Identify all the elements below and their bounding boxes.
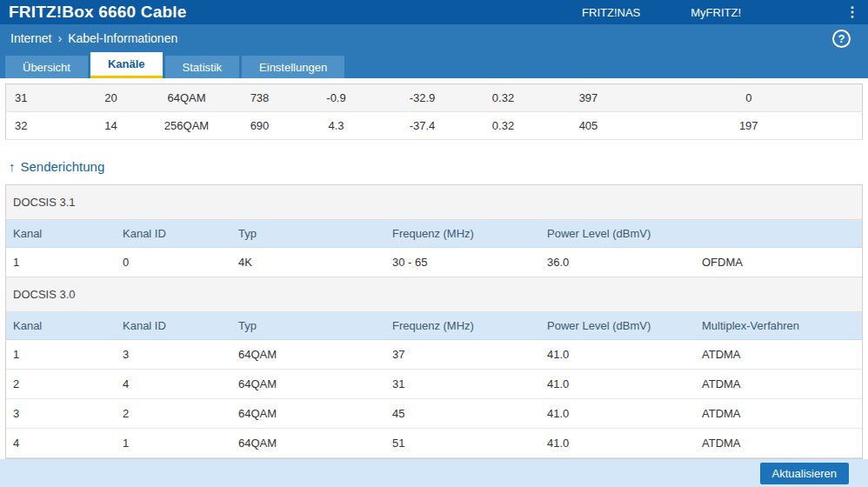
col-header: Kanal ID bbox=[116, 312, 231, 340]
cell: 37 bbox=[385, 340, 540, 370]
cell: 0.32 bbox=[465, 84, 542, 112]
cell: 32 bbox=[6, 112, 76, 140]
col-header: Kanal bbox=[6, 312, 116, 340]
cell: 41.0 bbox=[540, 340, 695, 370]
cell: 20 bbox=[76, 84, 147, 112]
table-header-row: Kanal Kanal ID Typ Frequenz (MHz) Power … bbox=[6, 220, 862, 248]
footer-bar: Aktualisieren bbox=[0, 459, 868, 487]
cell: 1 bbox=[6, 248, 116, 277]
send-direction-panel: DOCSIS 3.1 Kanal Kanal ID Typ Frequenz (… bbox=[5, 184, 863, 459]
col-header: Power Level (dBmV) bbox=[540, 312, 695, 340]
receive-channels-table: 31 20 64QAM 738 -0.9 -32.9 0.32 397 0 32… bbox=[5, 83, 863, 140]
cell: 51 bbox=[385, 429, 540, 458]
cell: 64QAM bbox=[231, 399, 385, 429]
link-myfritz[interactable]: MyFRITZ! bbox=[691, 6, 741, 19]
cell: 0 bbox=[116, 248, 231, 277]
cell: 31 bbox=[6, 84, 76, 112]
cell: -37.4 bbox=[380, 112, 465, 140]
cell: 4K bbox=[231, 248, 385, 277]
cell: -0.9 bbox=[293, 84, 380, 112]
cell: 36.0 bbox=[540, 248, 695, 277]
cell: ATDMA bbox=[695, 399, 862, 429]
col-header: Frequenz (MHz) bbox=[385, 312, 540, 340]
breadcrumb-page-title: Kabel-Informationen bbox=[68, 31, 177, 45]
cell: 64QAM bbox=[231, 370, 385, 399]
cell: 197 bbox=[636, 112, 863, 140]
cell: 405 bbox=[542, 112, 636, 140]
col-header: Typ bbox=[231, 312, 385, 340]
tab-einstellungen[interactable]: Einstellungen bbox=[242, 56, 344, 78]
refresh-button[interactable]: Aktualisieren bbox=[760, 463, 849, 484]
table-row: 32 14 256QAM 690 4.3 -37.4 0.32 405 197 bbox=[6, 112, 863, 140]
col-header: Frequenz (MHz) bbox=[385, 220, 540, 248]
cell: 64QAM bbox=[231, 429, 385, 458]
top-nav: FRITZ!NAS MyFRITZ! ⋮ bbox=[531, 5, 859, 19]
col-header bbox=[695, 220, 862, 248]
app-title: FRITZ!Box 6660 Cable bbox=[9, 3, 187, 22]
cell: 14 bbox=[76, 112, 147, 140]
col-header: Kanal bbox=[6, 220, 116, 248]
up-arrow-icon: ↑ bbox=[9, 159, 16, 174]
cell: 1 bbox=[6, 340, 116, 370]
cell: 3 bbox=[116, 340, 231, 370]
cell: 41.0 bbox=[540, 370, 695, 399]
cell: 256QAM bbox=[147, 112, 227, 140]
tab-kanaele[interactable]: Kanäle bbox=[90, 52, 163, 78]
cell: 2 bbox=[116, 399, 231, 429]
cell: 2 bbox=[6, 370, 116, 399]
table-row: 3 2 64QAM 45 41.0 ATDMA bbox=[6, 399, 862, 429]
docsis30-table: Kanal Kanal ID Typ Frequenz (MHz) Power … bbox=[6, 312, 862, 458]
cell: ATDMA bbox=[695, 429, 862, 458]
docsis31-section-label: DOCSIS 3.1 bbox=[6, 185, 862, 220]
senderichtung-heading[interactable]: ↑ Senderichtung bbox=[9, 159, 863, 174]
cell: OFDMA bbox=[695, 248, 862, 277]
cell: 41.0 bbox=[540, 399, 695, 429]
cell: 0 bbox=[636, 84, 863, 112]
help-icon[interactable]: ? bbox=[832, 30, 851, 48]
table-row: 1 0 4K 30 - 65 36.0 OFDMA bbox=[6, 248, 862, 277]
cell: 41.0 bbox=[540, 429, 695, 458]
link-fritznas[interactable]: FRITZ!NAS bbox=[582, 6, 640, 19]
cell: 64QAM bbox=[231, 340, 385, 370]
cell: 1 bbox=[116, 429, 231, 458]
table-row: 1 3 64QAM 37 41.0 ATDMA bbox=[6, 340, 862, 370]
cell: 4 bbox=[6, 429, 116, 458]
cell: 0.32 bbox=[465, 112, 542, 140]
tab-bar: Übersicht Kanäle Statistik Einstellungen bbox=[0, 52, 868, 78]
col-header: Multiplex-Verfahren bbox=[695, 312, 862, 340]
col-header: Power Level (dBmV) bbox=[540, 220, 695, 248]
col-header: Kanal ID bbox=[116, 220, 231, 248]
docsis31-table: Kanal Kanal ID Typ Frequenz (MHz) Power … bbox=[6, 220, 862, 277]
col-header: Typ bbox=[231, 220, 385, 248]
cell: 3 bbox=[6, 399, 116, 429]
chevron-right-icon: › bbox=[57, 31, 62, 45]
cell: 738 bbox=[227, 84, 293, 112]
cell: 31 bbox=[385, 370, 540, 399]
top-header-bar: FRITZ!Box 6660 Cable FRITZ!NAS MyFRITZ! … bbox=[0, 0, 868, 24]
table-header-row: Kanal Kanal ID Typ Frequenz (MHz) Power … bbox=[6, 312, 862, 340]
cell: ATDMA bbox=[695, 340, 862, 370]
cell: 4 bbox=[116, 370, 231, 399]
cell: 64QAM bbox=[147, 84, 227, 112]
table-row: 31 20 64QAM 738 -0.9 -32.9 0.32 397 0 bbox=[6, 84, 863, 112]
cell: ATDMA bbox=[695, 370, 862, 399]
tab-uebersicht[interactable]: Übersicht bbox=[5, 56, 88, 78]
breadcrumb: Internet › Kabel-Informationen bbox=[10, 31, 177, 45]
senderichtung-label: Senderichtung bbox=[21, 159, 105, 174]
docsis30-section-label: DOCSIS 3.0 bbox=[6, 277, 862, 312]
breadcrumb-bar: Internet › Kabel-Informationen ? bbox=[0, 24, 868, 52]
content-area: 31 20 64QAM 738 -0.9 -32.9 0.32 397 0 32… bbox=[0, 78, 868, 459]
tab-statistik[interactable]: Statistik bbox=[165, 56, 240, 78]
cell: 4.3 bbox=[293, 112, 380, 140]
cell: 690 bbox=[227, 112, 293, 140]
table-row: 4 1 64QAM 51 41.0 ATDMA bbox=[6, 429, 862, 458]
breadcrumb-internet[interactable]: Internet bbox=[10, 31, 51, 45]
overflow-menu-icon[interactable]: ⋮ bbox=[845, 5, 859, 19]
cell: -32.9 bbox=[380, 84, 465, 112]
cell: 45 bbox=[385, 399, 540, 429]
cell: 397 bbox=[542, 84, 636, 112]
cell: 30 - 65 bbox=[385, 248, 540, 277]
table-row: 2 4 64QAM 31 41.0 ATDMA bbox=[6, 370, 862, 399]
fritzbox-window: FRITZ!Box 6660 Cable FRITZ!NAS MyFRITZ! … bbox=[0, 0, 868, 459]
